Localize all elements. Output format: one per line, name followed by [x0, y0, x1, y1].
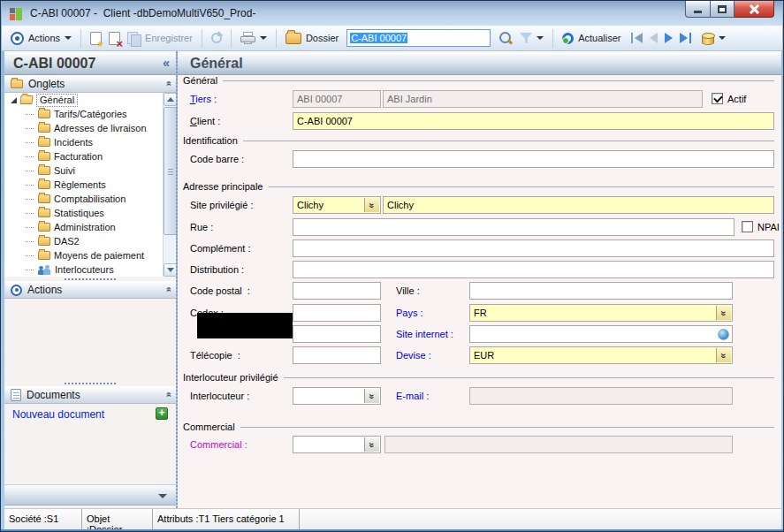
database-button[interactable] [698, 30, 729, 47]
tree-item-moyens-paiement[interactable]: Moyens de paiement [4, 248, 176, 262]
tree-item-administration[interactable]: Administration [4, 220, 176, 234]
actions-menu-button[interactable]: Actions [7, 30, 75, 47]
scrollbar-thumb[interactable] [164, 107, 177, 235]
client-field[interactable]: C-ABI 00007 [293, 112, 774, 130]
site-internet-field[interactable] [469, 325, 733, 343]
nav-last-button[interactable] [676, 31, 695, 45]
tree-item-das2[interactable]: DAS2 [4, 234, 176, 248]
expand-arrow-icon[interactable] [11, 97, 17, 103]
npai-checkbox[interactable] [742, 221, 753, 232]
distribution-field[interactable] [293, 261, 774, 278]
filter-icon [520, 33, 532, 44]
combo-dropdown-button[interactable]: » [364, 437, 379, 452]
tree-item-label: Adresses de livraison [54, 123, 147, 133]
pays-label: Pays : [396, 304, 423, 322]
combo-dropdown-button[interactable]: » [716, 306, 731, 320]
tree-item-statistiques[interactable]: Statistiques [4, 206, 176, 220]
minimize-button[interactable] [685, 1, 711, 18]
save-button[interactable]: Enregistrer [124, 30, 196, 47]
tree-item-label: Statistiques [54, 208, 104, 218]
open-folder-icon [19, 95, 33, 104]
cedex-field[interactable] [293, 304, 381, 322]
redacted-area [197, 313, 293, 338]
pays-combo[interactable]: FR » [469, 304, 733, 322]
combo-dropdown-button[interactable]: » [716, 348, 731, 362]
status-bar: Société :S1 Objet :Dossier Attributs :T1… [4, 508, 781, 529]
actions-panel-header[interactable]: Actions » [4, 281, 176, 299]
tree-scrollbar[interactable] [163, 93, 176, 277]
combo-dropdown-button[interactable]: » [364, 389, 379, 403]
scroll-up-button[interactable] [164, 93, 177, 106]
site-privilegie-label: Site privilégié : [190, 196, 254, 214]
folder-icon [38, 138, 50, 147]
collapse-panel-icon[interactable]: » [162, 287, 172, 292]
site-privilegie-name-field[interactable]: Clichy [383, 196, 774, 214]
tree-item-comptabilisation[interactable]: Comptabilisation [4, 192, 176, 206]
close-button[interactable] [735, 1, 774, 18]
new-document-link[interactable]: Nouveau document [12, 408, 104, 421]
search-button[interactable] [495, 29, 516, 47]
tree-item-general[interactable]: Général [4, 93, 176, 107]
tree-item-reglements[interactable]: Règlements [4, 178, 176, 192]
onglets-panel-header[interactable]: Onglets » [4, 75, 176, 93]
globe-icon[interactable] [718, 329, 729, 340]
collapse-panel-icon[interactable]: » [162, 392, 172, 397]
status-attributs: Attributs :T1 Tiers catégorie 1 [153, 509, 300, 529]
code-barre-field[interactable] [293, 150, 774, 168]
dossier-button[interactable]: Dossier [282, 31, 342, 46]
rue-field[interactable] [293, 218, 735, 236]
main-toolbar: Actions ★ × Enregistrer Dossier C-ABI [2, 26, 782, 51]
add-document-button[interactable]: + [156, 407, 168, 420]
nav-first-button[interactable] [628, 31, 646, 45]
print-button[interactable] [237, 30, 270, 46]
sidebar-bottom-strip [4, 484, 176, 505]
devise-combo[interactable]: EUR » [469, 346, 733, 364]
panel-splitter-handle[interactable] [4, 381, 176, 385]
combo-dropdown-button[interactable]: » [364, 198, 379, 212]
actions-bullseye-icon [11, 32, 24, 45]
nav-previous-button[interactable] [646, 31, 661, 45]
nav-next-button[interactable] [661, 31, 676, 45]
actualiser-button[interactable]: Actualiser [559, 31, 624, 46]
maximize-button[interactable] [711, 1, 735, 18]
actif-checkbox[interactable] [712, 93, 723, 104]
tree-item-label: Tarifs/Catégories [54, 109, 127, 119]
new-record-button[interactable]: ★ [87, 30, 105, 47]
status-societe: Société :S1 [4, 509, 82, 529]
collapse-sidebar-button[interactable]: « [163, 56, 170, 70]
documents-panel-header[interactable]: Documents » [4, 386, 176, 404]
tree-item-interlocuteurs[interactable]: Interlocuteurs [4, 262, 176, 277]
tree-item-incidents[interactable]: Incidents [4, 135, 176, 149]
commercial-combo[interactable]: » [293, 436, 381, 453]
site-privilegie-combo[interactable]: Clichy » [293, 196, 381, 214]
commercial-label: Commercial : [190, 436, 247, 453]
filter-button[interactable] [516, 31, 547, 46]
sidebar: C-ABI 00007 « Onglets » Général Tarifs/C… [4, 51, 176, 508]
telephone-field[interactable] [293, 325, 381, 343]
complement-field[interactable] [293, 239, 774, 257]
toolbar-separator [80, 29, 81, 48]
save-icon [127, 32, 141, 45]
ville-field[interactable] [469, 282, 733, 300]
nav-last-icon [680, 33, 688, 43]
collapse-panel-icon[interactable]: » [162, 81, 172, 86]
tree-item-label: Suivi [54, 165, 75, 176]
tree-item-tarifs[interactable]: Tarifs/Catégories [4, 107, 176, 121]
interlocuteur-label: Interlocuteur : [190, 387, 249, 405]
tree-item-facturation[interactable]: Facturation [4, 149, 176, 163]
scroll-down-button[interactable] [164, 263, 177, 277]
chevron-down-icon[interactable] [158, 494, 167, 498]
tree-item-adresses[interactable]: Adresses de livraison [4, 121, 176, 135]
search-input[interactable]: C-ABI 00007 [346, 29, 491, 47]
tree-item-suivi[interactable]: Suivi [4, 163, 176, 178]
delete-record-button[interactable]: × [105, 30, 124, 47]
telecopie-field[interactable] [293, 346, 381, 364]
code-postal-field[interactable] [293, 282, 381, 300]
refresh-button[interactable] [208, 31, 225, 45]
telecopie-label: Télécopie : [190, 346, 240, 364]
npai-label: NPAI [757, 218, 780, 236]
onglets-panel-title: Onglets [28, 78, 65, 90]
double-chevron-icon: » [368, 393, 377, 398]
devise-label: Devise : [396, 346, 431, 364]
interlocuteur-combo[interactable]: » [293, 387, 381, 405]
